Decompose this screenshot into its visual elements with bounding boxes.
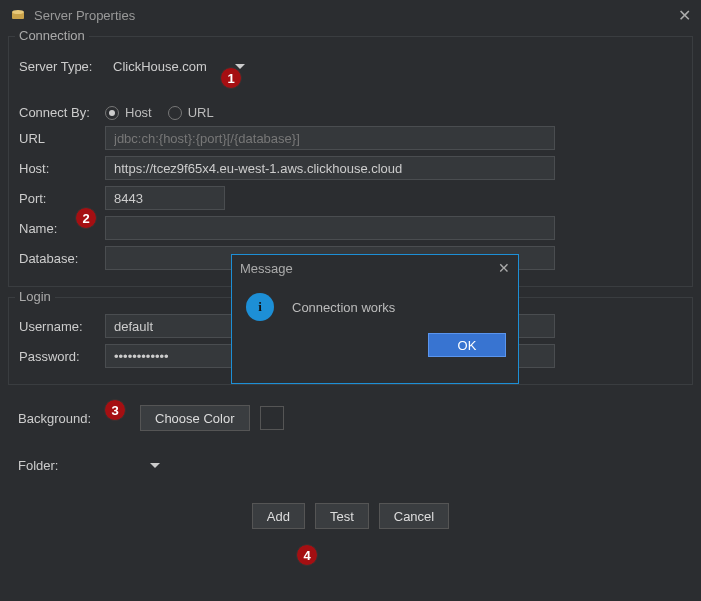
footer-buttons: Add Test Cancel xyxy=(0,503,701,529)
window-title: Server Properties xyxy=(34,8,678,23)
callout-2: 2 xyxy=(75,207,97,229)
connect-by-label: Connect By: xyxy=(19,105,105,120)
info-icon: i xyxy=(246,293,274,321)
color-swatch[interactable] xyxy=(260,406,284,430)
name-input[interactable] xyxy=(105,216,555,240)
radio-host-label: Host xyxy=(125,105,152,120)
port-label: Port: xyxy=(19,191,105,206)
background-label: Background: xyxy=(18,411,114,426)
close-icon[interactable]: ✕ xyxy=(498,260,510,276)
server-type-label: Server Type: xyxy=(19,59,105,74)
connection-group: Connection Server Type: ClickHouse.com C… xyxy=(8,36,693,287)
radio-url[interactable]: URL xyxy=(168,105,214,120)
username-label: Username: xyxy=(19,319,105,334)
folder-label: Folder: xyxy=(18,458,114,473)
svg-point-1 xyxy=(12,10,24,14)
radio-dot-icon xyxy=(168,106,182,120)
folder-select[interactable] xyxy=(114,453,168,477)
connection-group-label: Connection xyxy=(15,28,89,43)
host-label: Host: xyxy=(19,161,105,176)
password-label: Password: xyxy=(19,349,105,364)
server-type-value: ClickHouse.com xyxy=(113,59,207,74)
database-label: Database: xyxy=(19,251,105,266)
radio-host[interactable]: Host xyxy=(105,105,152,120)
port-input[interactable] xyxy=(105,186,225,210)
server-icon xyxy=(10,6,26,25)
callout-4: 4 xyxy=(296,544,318,566)
callout-3: 3 xyxy=(104,399,126,421)
dialog-message: Connection works xyxy=(292,300,395,315)
radio-url-label: URL xyxy=(188,105,214,120)
message-dialog: Message ✕ i Connection works OK xyxy=(231,254,519,384)
login-group-label: Login xyxy=(15,289,55,304)
choose-color-button[interactable]: Choose Color xyxy=(140,405,250,431)
radio-dot-icon xyxy=(105,106,119,120)
callout-1: 1 xyxy=(220,67,242,89)
chevron-down-icon xyxy=(150,463,160,468)
url-label: URL xyxy=(19,131,105,146)
cancel-button[interactable]: Cancel xyxy=(379,503,449,529)
url-input[interactable] xyxy=(105,126,555,150)
ok-button[interactable]: OK xyxy=(428,333,506,357)
titlebar: Server Properties ✕ xyxy=(0,0,701,30)
test-button[interactable]: Test xyxy=(315,503,369,529)
host-input[interactable] xyxy=(105,156,555,180)
dialog-title: Message xyxy=(240,261,498,276)
close-icon[interactable]: ✕ xyxy=(678,6,691,25)
add-button[interactable]: Add xyxy=(252,503,305,529)
